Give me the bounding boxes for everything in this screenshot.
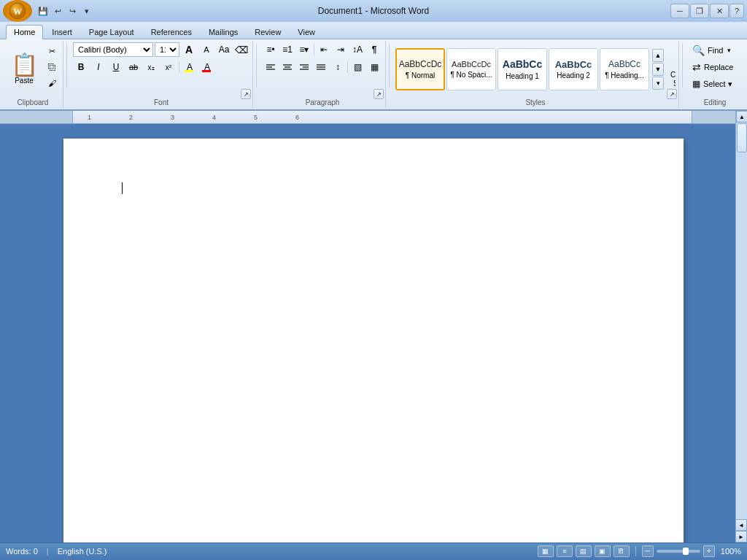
style-heading3-preview: AaBbCc [608, 59, 640, 69]
draft-view-button[interactable]: 🖹 [614, 545, 630, 557]
justify-button[interactable] [313, 60, 329, 74]
align-left-button[interactable] [263, 60, 279, 74]
tab-pagelayout[interactable]: Page Layout [81, 25, 142, 39]
tab-insert[interactable]: Insert [44, 25, 80, 39]
paste-button[interactable]: 📋 Paste [6, 42, 42, 96]
style-normal-label: ¶ Normal [406, 71, 435, 79]
zoom-level: 100% [721, 547, 741, 556]
select-button[interactable]: ▦ Select ▾ [689, 76, 736, 92]
style-heading3[interactable]: AaBbCc ¶ Heading... [600, 48, 649, 90]
styles-dialog-launcher[interactable]: ↗ [667, 89, 677, 99]
styles-scroll-up-button[interactable]: ▲ [652, 49, 664, 62]
tab-view[interactable]: View [290, 25, 323, 39]
bold-button[interactable]: B [73, 60, 89, 74]
language-indicator: English (U.S.) [58, 547, 107, 556]
underline-button[interactable]: U [108, 60, 124, 74]
zoom-in-button[interactable]: + [703, 545, 715, 557]
sort-button[interactable]: ↕A [349, 42, 365, 57]
select-icon: ▦ [692, 79, 700, 89]
clipboard-group: 📋 Paste ✂ ⿻ 🖌 Clipboard [3, 41, 63, 108]
font-name-select[interactable]: Calibri (Body) [73, 42, 153, 57]
italic-button[interactable]: I [90, 60, 107, 74]
font-size-select[interactable]: 11 [155, 42, 179, 57]
decrease-indent-button[interactable]: ⇤ [316, 42, 332, 57]
text-highlight-button[interactable]: A [182, 60, 198, 74]
tab-home[interactable]: Home [6, 25, 43, 39]
clear-format-button[interactable]: ⌫ [233, 42, 249, 57]
zoom-thumb [683, 548, 689, 555]
save-button[interactable]: 💾 [36, 4, 50, 18]
multilevel-button[interactable]: ≡▾ [296, 42, 312, 57]
grow-font-button[interactable]: A [181, 42, 197, 57]
align-right-button[interactable] [296, 60, 312, 74]
replace-button[interactable]: ⇄ Replace [689, 59, 737, 75]
scroll-track[interactable] [736, 122, 747, 519]
borders-button[interactable]: ▦ [366, 60, 382, 74]
style-heading2[interactable]: AaBbCc Heading 2 [549, 48, 598, 90]
shrink-font-button[interactable]: A [198, 42, 214, 57]
style-nospacing[interactable]: AaBbCcDc ¶ No Spaci... [446, 48, 496, 90]
tab-references[interactable]: References [143, 25, 200, 39]
style-heading3-label: ¶ Heading... [605, 71, 644, 79]
find-button[interactable]: 🔍 Find ▾ [689, 42, 735, 58]
outline-view-button[interactable]: ▣ [595, 545, 611, 557]
style-heading1[interactable]: AaBbCc Heading 1 [498, 48, 547, 90]
shading-button[interactable]: ▧ [349, 60, 365, 74]
close-button[interactable]: ✕ [710, 4, 729, 18]
title-bar: W 💾 ↩ ↪ ▾ Document1 - Microsoft Word ─ ❐… [0, 0, 747, 22]
style-scroll: ▲ ▼ ▾ [652, 49, 664, 90]
document-page[interactable] [63, 139, 684, 542]
office-button[interactable]: W [3, 0, 32, 22]
print-layout-view-button[interactable]: ▦ [538, 545, 554, 557]
font-group: Calibri (Body) 11 A A Aa ⌫ B I U ab x₂ x… [70, 41, 253, 108]
paragraph-dialog-launcher[interactable]: ↗ [374, 89, 384, 99]
change-case-button[interactable]: Aa [216, 42, 232, 57]
font-dialog-launcher[interactable]: ↗ [241, 89, 251, 99]
style-nospacing-preview: AaBbCcDc [452, 60, 491, 69]
tab-review[interactable]: Review [247, 25, 289, 39]
cut-button[interactable]: ✂ [44, 44, 60, 58]
increase-indent-button[interactable]: ⇥ [333, 42, 349, 57]
scroll-thumb[interactable] [737, 123, 747, 152]
scroll-up-button[interactable]: ▲ [736, 111, 747, 122]
redo-button[interactable]: ↪ [66, 4, 79, 18]
align-center-button[interactable] [279, 60, 295, 74]
superscript-button[interactable]: x² [160, 60, 177, 74]
subscript-button[interactable]: x₂ [143, 60, 159, 74]
scroll-left-button[interactable]: ◄ [735, 519, 747, 531]
format-painter-button[interactable]: 🖌 [44, 76, 60, 90]
styles-more-button[interactable]: ▾ [652, 77, 664, 90]
show-hide-button[interactable]: ¶ [366, 42, 382, 57]
find-label: Find [708, 46, 723, 55]
status-divider-1: | [47, 547, 49, 556]
undo-button[interactable]: ↩ [51, 4, 64, 18]
editing-group: 🔍 Find ▾ ⇄ Replace ▦ Select ▾ Editing [686, 41, 744, 108]
style-normal[interactable]: AaBbCcDc ¶ Normal [395, 48, 445, 90]
copy-button[interactable]: ⿻ [44, 60, 60, 74]
font-row-1: Calibri (Body) 11 A A Aa ⌫ [73, 42, 249, 57]
quickaccess-dropdown-button[interactable]: ▾ [80, 4, 93, 18]
line-spacing-button[interactable]: ↕ [330, 60, 346, 74]
zoom-out-button[interactable]: ─ [642, 545, 654, 557]
full-reading-view-button[interactable]: ≡ [557, 545, 573, 557]
styles-scroll-down-button[interactable]: ▼ [652, 63, 664, 76]
web-layout-view-button[interactable]: ▤ [576, 545, 592, 557]
divider-2 [256, 44, 257, 88]
zoom-slider[interactable] [657, 550, 700, 553]
tab-mailings[interactable]: Mailings [201, 25, 246, 39]
help-button[interactable]: ? [729, 4, 744, 18]
styles-group: AaBbCcDc ¶ Normal AaBbCcDc ¶ No Spaci...… [392, 41, 679, 108]
replace-label: Replace [704, 63, 733, 71]
content-area: 1 2 3 4 5 6 ▲ — ▼ ◄ ► [0, 111, 747, 542]
scroll-bottom-controls: ◄ ► [735, 519, 747, 542]
style-heading2-preview: AaBbCc [555, 59, 592, 71]
strikethrough-button[interactable]: ab [125, 60, 142, 74]
numbering-button[interactable]: ≡1 [279, 42, 295, 57]
paragraph-group: ≡• ≡1 ≡▾ ⇤ ⇥ ↕A ¶ [260, 41, 386, 108]
bullets-button[interactable]: ≡• [263, 42, 279, 57]
justify-icon [317, 63, 325, 71]
scroll-right-button[interactable]: ► [735, 531, 747, 542]
minimize-button[interactable]: ─ [670, 4, 689, 18]
font-color-button[interactable]: A [199, 60, 215, 74]
restore-button[interactable]: ❐ [690, 4, 709, 18]
